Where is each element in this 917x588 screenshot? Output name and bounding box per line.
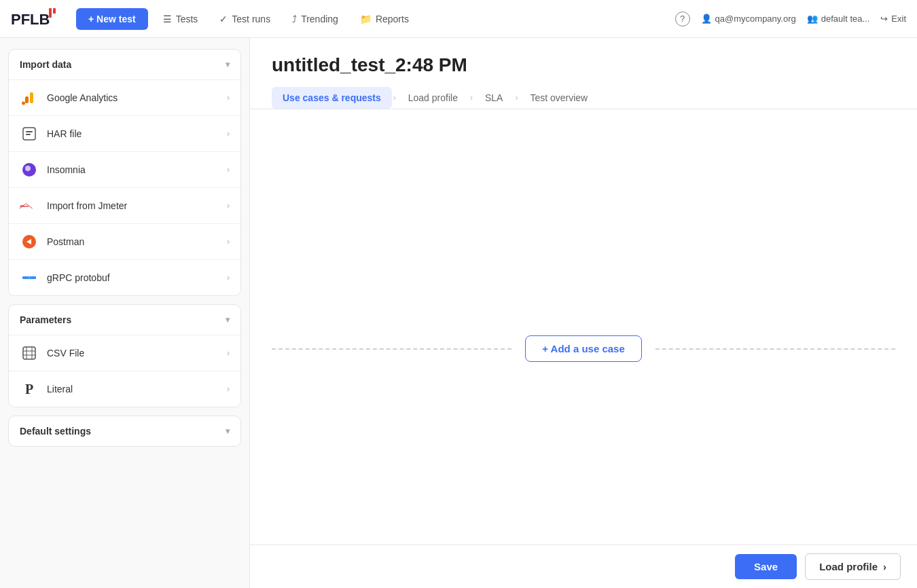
breadcrumb-sep-1: › [392,93,397,103]
sidebar-item-csv-file[interactable]: CSV File › [9,335,240,371]
google-analytics-chevron-icon: › [227,93,230,103]
svg-marker-19 [29,276,31,280]
breadcrumb-use-cases[interactable]: Use cases & requests [272,87,392,109]
help-button[interactable]: ? [675,12,690,26]
nav-right: ? 👤 qa@mycompany.org 👥 default tea... ↪ … [675,12,906,26]
nav-links: ☰ Tests ✓ Test runs ⤴ Trending 📁 Reports [154,8,670,30]
postman-icon [20,232,39,251]
literal-icon: P [20,380,39,399]
breadcrumb-test-overview[interactable]: Test overview [519,87,598,109]
har-file-icon [20,124,39,143]
postman-chevron-icon: › [227,237,230,246]
breadcrumb-sla[interactable]: SLA [474,87,514,109]
svg-rect-3 [30,92,33,103]
main-body: + Add a use case [250,109,917,588]
new-test-button[interactable]: + New test [76,8,148,30]
footer-bar: Save Load profile › [250,545,917,588]
top-navigation: PFLB + New test ☰ Tests ✓ Test runs ⤴ Tr… [0,0,917,38]
import-data-header[interactable]: Import data ▾ [9,50,240,79]
breadcrumb-load-profile[interactable]: Load profile [397,87,469,109]
trending-icon: ⤴ [292,14,297,24]
default-settings-header[interactable]: Default settings ▾ [9,416,240,446]
nav-reports[interactable]: 📁 Reports [350,8,418,30]
test-title: untitled_test_2:48 PM [272,54,895,76]
svg-rect-15 [22,276,28,279]
google-analytics-icon [20,88,39,107]
svg-point-10 [25,166,31,171]
parameters-header[interactable]: Parameters ▾ [9,305,240,335]
user-icon: 👤 [701,14,712,24]
user-account[interactable]: 👤 qa@mycompany.org [701,14,796,24]
sidebar-item-jmeter[interactable]: JMeter Import from Jmeter › [9,187,240,223]
svg-point-5 [22,102,25,105]
insomnia-chevron-icon: › [227,165,230,174]
svg-rect-20 [23,347,35,359]
svg-rect-8 [26,134,31,135]
csv-file-chevron-icon: › [227,348,230,358]
jmeter-chevron-icon: › [227,201,230,210]
load-profile-chevron-icon: › [883,561,886,572]
svg-rect-7 [26,131,33,132]
breadcrumb-sep-2: › [469,93,474,103]
csv-file-icon [20,344,39,363]
sidebar-item-postman[interactable]: Postman › [9,223,240,259]
sidebar: Import data ▾ Google Analytics › [0,38,250,588]
svg-rect-16 [31,276,36,279]
list-icon: ☰ [163,14,172,24]
main-layout: Import data ▾ Google Analytics › [0,38,917,588]
nav-tests[interactable]: ☰ Tests [154,8,208,30]
breadcrumb: Use cases & requests › Load profile › SL… [272,87,895,109]
jmeter-icon: JMeter [20,196,39,215]
svg-rect-1 [49,8,52,18]
svg-text:PFLB: PFLB [11,11,50,28]
main-content: untitled_test_2:48 PM Use cases & reques… [250,38,917,588]
add-usecase-area: + Add a use case [250,335,917,362]
default-settings-section: Default settings ▾ [8,416,241,447]
folder-icon: 📁 [360,14,372,24]
dashed-line-left [272,348,511,350]
logo[interactable]: PFLB [11,7,60,31]
exit-icon: ↪ [880,14,888,24]
sidebar-item-insomnia[interactable]: Insomnia › [9,151,240,187]
grpc-icon [20,268,39,287]
parameters-collapse-icon: ▾ [226,315,230,325]
team-selector[interactable]: 👥 default tea... [807,14,870,24]
sidebar-item-grpc[interactable]: gRPC protobuf › [9,259,240,295]
nav-trending[interactable]: ⤴ Trending [283,8,348,30]
breadcrumb-sep-3: › [514,93,519,103]
team-icon: 👥 [807,14,818,24]
main-header: untitled_test_2:48 PM Use cases & reques… [250,38,917,109]
nav-test-runs[interactable]: ✓ Test runs [210,8,280,30]
grpc-chevron-icon: › [227,273,230,282]
import-data-section: Import data ▾ Google Analytics › [8,49,241,296]
help-icon: ? [675,12,690,26]
sidebar-item-google-analytics[interactable]: Google Analytics › [9,79,240,115]
parameters-section: Parameters ▾ CSV File [8,304,241,407]
dashed-line-right [655,348,895,350]
har-file-chevron-icon: › [227,129,230,139]
svg-rect-4 [25,96,29,103]
check-circle-icon: ✓ [219,14,228,24]
sidebar-item-har-file[interactable]: HAR file › [9,115,240,151]
exit-button[interactable]: ↪ Exit [880,14,906,24]
literal-chevron-icon: › [227,384,230,394]
save-button[interactable]: Save [735,554,797,579]
add-usecase-button[interactable]: + Add a use case [525,335,642,362]
default-settings-collapse-icon: ▾ [226,426,230,436]
insomnia-icon [20,160,39,179]
svg-rect-2 [53,8,56,14]
load-profile-button[interactable]: Load profile › [805,553,901,580]
sidebar-item-literal[interactable]: P Literal › [9,371,240,407]
import-data-collapse-icon: ▾ [226,60,230,69]
